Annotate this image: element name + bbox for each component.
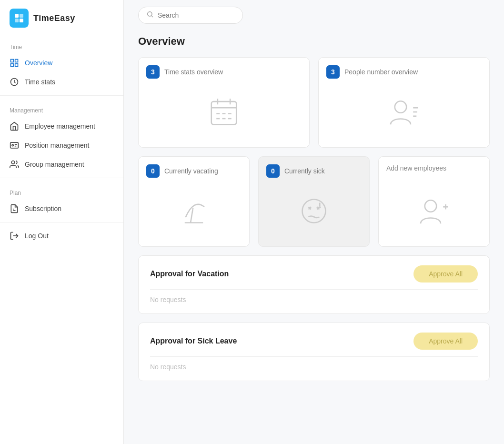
svg-point-13 (11, 161, 15, 164)
svg-point-10 (12, 144, 13, 146)
card-header-vacating: 0 Currently vacating (146, 164, 242, 178)
card-icon-time-stats (146, 84, 302, 140)
card-badge-vacating: 0 (146, 164, 160, 178)
approval-vacation-title: Approval for Vacation (150, 270, 229, 278)
sidebar-item-employee-management[interactable]: Employee management (0, 117, 123, 136)
add-person-icon (417, 194, 451, 228)
card-title-sick: Currently sick (284, 167, 325, 175)
svg-line-34 (191, 208, 193, 223)
card-title-people: People number overview (344, 68, 418, 76)
svg-rect-5 (15, 60, 18, 62)
card-badge-people: 3 (326, 65, 340, 79)
cards-row-1: 3 Time stats overview (138, 57, 490, 148)
logo-icon (10, 9, 29, 28)
svg-point-30 (395, 101, 407, 113)
svg-point-18 (148, 12, 152, 16)
approval-vacation-divider (150, 289, 478, 290)
svg-rect-4 (11, 60, 14, 62)
calendar-icon (207, 95, 241, 129)
approval-sick-leave-divider (150, 356, 478, 357)
app-logo: TimeEasy (0, 0, 123, 36)
sidebar: TimeEasy Time Overview Time stats Manage… (0, 0, 124, 444)
sidebar-logout-label: Log Out (25, 232, 49, 240)
subscription-icon (10, 204, 19, 213)
svg-rect-6 (11, 64, 14, 67)
card-title-vacating: Currently vacating (164, 167, 218, 175)
card-header: 3 Time stats overview (146, 65, 302, 79)
card-header-people: 3 People number overview (326, 65, 482, 79)
approval-sick-leave-no-requests: No requests (150, 363, 186, 371)
sidebar-item-position-label: Position management (25, 141, 89, 149)
card-title-time-stats: Time stats overview (164, 68, 223, 76)
search-box[interactable] (138, 7, 243, 24)
clock-icon (10, 77, 19, 87)
card-time-stats-overview[interactable]: 3 Time stats overview (138, 57, 310, 148)
home-icon (10, 121, 19, 131)
approval-sick-leave-section: Approval for Sick Leave Approve All No r… (138, 323, 490, 381)
id-card-icon (10, 141, 19, 150)
svg-rect-2 (15, 19, 19, 22)
card-icon-vacating (146, 183, 242, 239)
card-header-sick: 0 Currently sick (266, 164, 362, 178)
svg-line-19 (151, 16, 153, 17)
section-label-plan: Plan (0, 182, 123, 199)
approve-all-vacation-button[interactable]: Approve All (413, 265, 478, 283)
card-people-number-overview[interactable]: 3 People number overview (318, 57, 490, 148)
sidebar-item-time-stats[interactable]: Time stats (0, 72, 123, 91)
sidebar-item-employee-label: Employee management (25, 122, 95, 130)
card-icon-sick (266, 183, 362, 239)
sidebar-item-logout[interactable]: Log Out (0, 226, 123, 245)
card-icon-add-employees (386, 183, 482, 239)
sidebar-item-group-management[interactable]: Group management (0, 155, 123, 174)
svg-rect-3 (20, 19, 23, 22)
topbar (124, 0, 504, 30)
sick-icon (297, 194, 331, 228)
svg-point-43 (425, 200, 437, 212)
svg-point-42 (319, 206, 321, 208)
card-header-add-employees: Add new employees (386, 164, 482, 178)
sidebar-item-time-stats-label: Time stats (25, 78, 55, 86)
sidebar-item-subscription[interactable]: Subscription (0, 199, 123, 218)
card-title-add-employees: Add new employees (386, 164, 446, 172)
section-label-management: Management (0, 100, 123, 117)
approval-sick-leave-header: Approval for Sick Leave Approve All (150, 333, 478, 350)
sidebar-item-group-label: Group management (25, 161, 84, 168)
card-icon-people (326, 84, 482, 140)
section-label-time: Time (0, 36, 123, 53)
sidebar-item-subscription-label: Subscription (25, 205, 61, 212)
svg-point-36 (302, 200, 326, 223)
card-currently-sick[interactable]: 0 Currently sick (258, 156, 370, 247)
beach-icon (177, 194, 211, 228)
page-title: Overview (138, 35, 490, 48)
approval-vacation-header: Approval for Vacation Approve All (150, 265, 478, 283)
sidebar-item-position-management[interactable]: Position management (0, 136, 123, 155)
group-icon (10, 160, 19, 169)
divider-2 (0, 178, 123, 178)
sidebar-item-overview[interactable]: Overview (0, 53, 123, 72)
approval-vacation-no-requests: No requests (150, 296, 186, 303)
search-input[interactable] (158, 11, 235, 19)
grid-icon (10, 58, 19, 68)
svg-rect-9 (10, 142, 19, 148)
main-content: Overview 3 Time stats overview (124, 0, 504, 444)
svg-rect-7 (15, 64, 18, 67)
search-icon (146, 10, 154, 20)
approve-all-sick-leave-button[interactable]: Approve All (413, 333, 478, 350)
divider-3 (0, 222, 123, 222)
app-name: TimeEasy (33, 13, 75, 23)
sidebar-item-overview-label: Overview (25, 59, 52, 67)
svg-rect-1 (20, 14, 23, 18)
card-add-new-employees[interactable]: Add new employees (378, 156, 490, 247)
card-currently-vacating[interactable]: 0 Currently vacating (138, 156, 250, 247)
logout-icon (10, 231, 19, 241)
svg-rect-0 (15, 14, 19, 18)
content-area: Overview 3 Time stats overview (124, 30, 504, 404)
card-badge-time-stats: 3 (146, 65, 160, 79)
card-badge-sick: 0 (266, 164, 280, 178)
people-icon (387, 95, 421, 129)
divider-1 (0, 95, 123, 96)
approval-sick-leave-title: Approval for Sick Leave (150, 337, 237, 345)
cards-row-2: 0 Currently vacating 0 Cu (138, 156, 490, 247)
approval-vacation-section: Approval for Vacation Approve All No req… (138, 255, 490, 314)
